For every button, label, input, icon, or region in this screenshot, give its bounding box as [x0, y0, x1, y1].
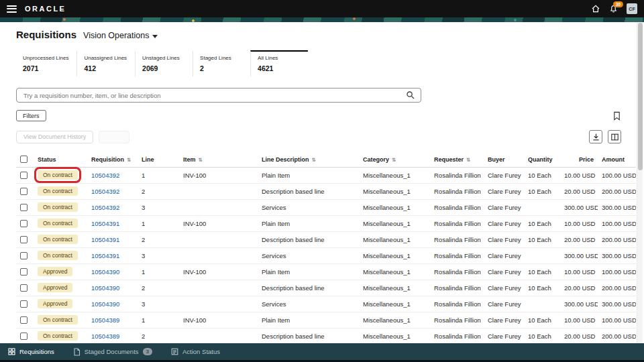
status-badge: On contract — [38, 219, 78, 228]
row-checkbox[interactable] — [20, 252, 28, 259]
requisition-link[interactable]: 10504389 — [91, 316, 119, 324]
status-badge: On contract — [38, 331, 78, 341]
sort-icon[interactable]: ⇅ — [199, 157, 203, 163]
requisition-link[interactable]: 10504392 — [91, 204, 119, 211]
table-row: On contract105043913ServicesMiscellaneou… — [16, 247, 636, 263]
cell-amount: 200.00 USD — [598, 280, 636, 296]
requisition-link[interactable]: 10504391 — [91, 236, 119, 243]
search-input[interactable] — [16, 88, 421, 103]
status-badge: On contract — [38, 251, 78, 260]
sort-icon[interactable]: ⇅ — [127, 157, 131, 163]
cell-buyer: Clare Furey — [484, 312, 524, 328]
cell-item: INV-100 — [179, 312, 258, 328]
cell-amount: 200.00 USD — [598, 183, 636, 199]
cell-line-description: Plain Item — [258, 167, 359, 183]
cell-quantity: 10 Each — [524, 167, 560, 183]
filters-button[interactable]: Filters — [16, 110, 46, 121]
cell-category: Miscellaneous_1 — [359, 183, 430, 199]
sort-icon[interactable]: ⇅ — [392, 157, 396, 163]
column-header-item[interactable]: Item⇅ — [179, 152, 258, 167]
row-checkbox[interactable] — [20, 220, 28, 227]
cell-category: Miscellaneous_1 — [359, 215, 430, 231]
requisition-link[interactable]: 10504392 — [91, 172, 119, 179]
download-button[interactable] — [589, 130, 602, 143]
footer-item-requisitions[interactable]: Requisitions — [8, 348, 54, 355]
row-checkbox[interactable] — [20, 236, 28, 243]
sort-icon[interactable]: ⇅ — [466, 157, 470, 163]
cell-requester: Rosalinda Fillion — [430, 183, 484, 199]
summary-tab-staged-lines[interactable]: Staged Lines2 — [193, 50, 250, 76]
status-badge: On contract — [38, 202, 78, 212]
oracle-logo[interactable]: ORACLE — [25, 5, 66, 13]
manage-columns-button[interactable] — [608, 130, 621, 143]
sort-icon[interactable]: ⇅ — [312, 157, 316, 163]
cell-amount: 100.00 USD — [598, 263, 636, 280]
column-header-quantity: Quantity — [524, 152, 560, 167]
bottom-task-bar: Requisitions Staged Documents 3 Action S… — [0, 343, 644, 360]
row-checkbox[interactable] — [20, 188, 28, 195]
footer-item-staged-documents[interactable]: Staged Documents 3 — [73, 348, 152, 356]
column-header-line-description[interactable]: Line Description⇅ — [258, 152, 359, 167]
summary-tab-value: 4621 — [258, 64, 300, 72]
cell-quantity — [524, 199, 560, 215]
summary-tab-all-lines[interactable]: All Lines4621 — [250, 50, 308, 76]
column-header-buyer: Buyer — [484, 152, 524, 167]
home-icon[interactable] — [591, 4, 600, 13]
requisition-link[interactable]: 10504390 — [91, 268, 119, 276]
notifications-bell-icon[interactable]: 30 — [609, 5, 618, 13]
table-row: Approved105043901INV-100Plain ItemMiscel… — [16, 263, 636, 280]
requisition-link[interactable]: 10504390 — [91, 300, 119, 308]
column-header-status: Status — [34, 152, 87, 167]
cell-line: 1 — [138, 312, 179, 328]
cell-line: 1 — [138, 263, 179, 280]
business-unit-picker[interactable]: Vision Operations — [83, 31, 158, 40]
actions-row: View Document History — [16, 130, 636, 143]
summary-tab-unprocessed-lines[interactable]: Unprocessed Lines2071 — [16, 50, 76, 76]
bookmark-icon[interactable] — [612, 111, 621, 121]
requisition-link[interactable]: 10504392 — [91, 188, 119, 195]
column-header-label: Amount — [602, 156, 625, 163]
column-header-price: Price — [560, 152, 598, 167]
row-checkbox[interactable] — [20, 300, 28, 308]
row-checkbox[interactable] — [20, 204, 28, 211]
column-header-requisition[interactable]: Requisition⇅ — [87, 152, 138, 167]
row-checkbox[interactable] — [20, 316, 28, 324]
hamburger-menu-icon[interactable] — [7, 5, 17, 13]
vertical-scrollbar[interactable] — [637, 22, 643, 343]
row-checkbox[interactable] — [20, 333, 28, 340]
cell-quantity: 10 Each — [524, 215, 560, 231]
column-header-category[interactable]: Category⇅ — [359, 152, 430, 167]
cell-requester: Rosalinda Fillion — [430, 199, 484, 215]
footer-item-action-status[interactable]: Action Status — [171, 348, 220, 355]
cell-line: 3 — [138, 296, 179, 312]
cell-requester: Rosalinda Fillion — [430, 167, 484, 183]
table-row: On contract105043912Description based li… — [16, 231, 636, 247]
summary-tab-unstaged-lines[interactable]: Unstaged Lines2069 — [135, 50, 193, 76]
requisition-link[interactable]: 10504390 — [91, 284, 119, 292]
cell-price: 20.00 USD — [560, 231, 598, 247]
row-checkbox[interactable] — [20, 284, 28, 292]
column-header-label: Requisition — [91, 156, 124, 163]
status-badge: On contract — [38, 315, 78, 324]
cell-buyer: Clare Furey — [484, 247, 524, 263]
cell-buyer: Clare Furey — [484, 280, 524, 296]
requisition-link[interactable]: 10504389 — [91, 333, 119, 340]
select-all-checkbox[interactable] — [20, 156, 28, 163]
row-checkbox[interactable] — [20, 268, 28, 276]
view-document-history-button[interactable]: View Document History — [16, 131, 93, 143]
search-icon[interactable] — [406, 90, 415, 100]
cell-line: 2 — [138, 231, 179, 247]
column-header-label: Requester — [434, 156, 464, 163]
summary-tab-unassigned-lines[interactable]: Unassigned Lines412 — [76, 50, 135, 76]
cell-price: 10.00 USD — [560, 263, 598, 280]
user-avatar[interactable]: CF — [627, 3, 637, 14]
column-header-requester[interactable]: Requester⇅ — [430, 152, 484, 167]
cell-buyer: Clare Furey — [484, 328, 524, 343]
cell-category: Miscellaneous_1 — [359, 231, 430, 247]
requisition-link[interactable]: 10504391 — [91, 252, 119, 259]
chevron-down-icon — [152, 35, 158, 38]
row-checkbox[interactable] — [20, 172, 28, 179]
scrollbar-thumb[interactable] — [638, 23, 643, 170]
table-row: On contract105043922Description based li… — [16, 183, 636, 199]
requisition-link[interactable]: 10504391 — [91, 220, 119, 227]
